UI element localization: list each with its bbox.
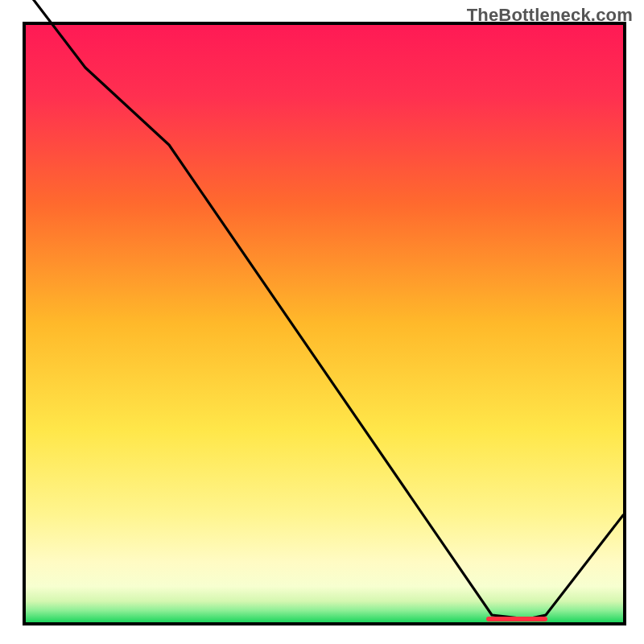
chart-figure: TheBottleneck.com <box>0 0 644 644</box>
minimum-marker <box>486 617 547 621</box>
chart-svg <box>0 0 644 644</box>
attribution-text: TheBottleneck.com <box>467 5 633 26</box>
plot-background <box>26 25 623 622</box>
